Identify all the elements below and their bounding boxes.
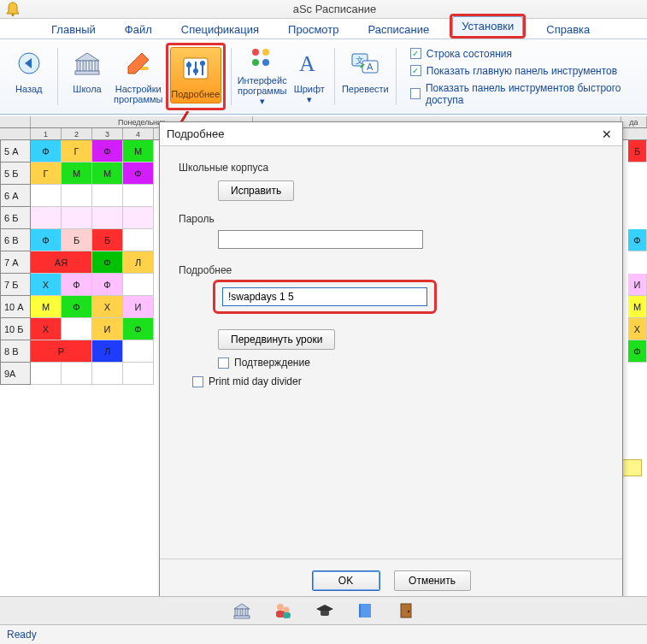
bottom-toolbar [0,596,647,625]
fix-button[interactable]: Исправить [218,180,294,201]
lesson-cell[interactable]: Л [92,340,123,363]
lesson-cell[interactable]: Б [62,229,92,251]
tab-help[interactable]: Справка [538,21,598,38]
row-header[interactable]: 5 Б [0,162,31,185]
print-divider-check[interactable]: Print mid day divider [192,375,603,387]
lesson-cell[interactable] [92,363,123,385]
lesson-cell[interactable]: Л [123,251,154,274]
status-text: Ready [7,629,37,641]
school-label: Школа [73,84,101,94]
lesson-cell[interactable] [31,185,62,207]
tab-settings[interactable]: Установки [452,16,523,36]
lesson-cell[interactable]: Ф [62,274,92,296]
lesson-cell[interactable]: Ф [92,140,123,162]
pencil-ruler-icon [121,46,156,80]
command-input[interactable] [222,287,427,306]
row-header[interactable]: 6 Б [0,207,31,229]
lesson-cell[interactable] [123,274,154,296]
row-header[interactable]: 6 А [0,185,31,207]
tab-file[interactable]: Файл [116,21,161,38]
row-header[interactable]: 9А [0,363,31,385]
lesson-cell[interactable]: М [123,140,154,162]
lesson-cell[interactable] [92,207,123,229]
font-button[interactable]: A Шрифт ▾ [290,43,329,110]
row-header[interactable]: 7 Б [0,274,31,296]
lesson-cell[interactable]: Г [62,140,92,162]
lesson-cell[interactable]: Ф [123,318,154,340]
more-button[interactable]: Подробнее [170,47,221,103]
back-button[interactable]: Назад [5,43,52,110]
confirm-check[interactable]: Подтверждение [218,357,603,369]
lesson-cell[interactable] [123,185,154,207]
row-header[interactable]: 10 Б [0,318,31,340]
lesson-cell[interactable]: Ф [92,274,123,296]
lesson-cell[interactable] [62,207,92,229]
book-icon[interactable] [356,601,374,620]
check-quick-toolbar[interactable]: Показать панель инструментов быстрого до… [410,82,642,106]
lesson-cell[interactable]: Б [92,229,123,251]
tab-main[interactable]: Главный [43,21,104,38]
close-button[interactable]: ✕ [598,126,615,143]
lesson-cell[interactable]: Х [31,318,62,340]
back-arrow-icon [12,46,46,80]
lesson-cell[interactable]: Б [628,140,647,162]
lesson-cell[interactable]: Ф [62,296,92,318]
svg-rect-31 [283,612,291,618]
interface-button[interactable]: Интерфейс программы ▾ [237,43,288,110]
row-header[interactable]: 5 А [0,140,31,162]
row-header[interactable]: 6 В [0,229,31,251]
bank-icon[interactable] [232,601,251,620]
lesson-cell[interactable]: М [31,296,62,318]
lesson-cell[interactable] [123,229,154,251]
lesson-cell[interactable] [123,207,154,229]
lesson-cell[interactable] [31,363,62,385]
translate-button[interactable]: 文A Перевести [340,43,391,110]
svg-rect-32 [321,611,329,616]
tab-schedule[interactable]: Расписание [359,21,438,38]
graduation-cap-icon[interactable] [315,601,333,620]
lesson-cell[interactable]: Ф [628,340,647,363]
close-icon: ✕ [602,127,612,141]
lesson-cell[interactable]: Ф [31,229,62,251]
lesson-cell[interactable] [92,185,123,207]
lesson-cell[interactable] [123,363,154,385]
row-header[interactable]: 7 А [0,251,31,274]
door-icon[interactable] [397,601,415,620]
program-settings-button[interactable]: Настройки программы [113,43,164,110]
lesson-cell[interactable] [31,207,62,229]
col-num: 1 [31,128,62,139]
tab-spec[interactable]: Спецификация [173,21,268,38]
shift-lessons-button[interactable]: Передвинуть уроки [218,329,335,350]
password-input[interactable] [218,230,423,249]
row-header[interactable]: 10 А [0,296,31,318]
school-button[interactable]: Школа [63,43,110,110]
lesson-cell[interactable] [62,318,92,340]
lesson-cell[interactable]: Ф [31,140,62,162]
cancel-button[interactable]: Отменить [394,570,471,591]
lesson-cell[interactable] [123,340,154,363]
lesson-cell[interactable]: Ф [123,162,154,185]
tab-view[interactable]: Просмотр [279,21,347,38]
lesson-cell[interactable]: Ф [92,251,123,274]
lesson-cell[interactable]: АЯ [31,251,92,274]
lesson-cell[interactable]: М [62,162,92,185]
lesson-cell[interactable]: И [92,318,123,340]
students-icon[interactable] [274,601,292,620]
lesson-cell[interactable]: М [628,296,647,318]
lesson-cell[interactable]: Ф [628,229,647,251]
lesson-cell[interactable]: И [123,296,154,318]
lesson-cell[interactable]: Х [628,318,647,340]
lesson-cell[interactable]: Г [31,162,62,185]
lesson-cell[interactable]: М [92,162,123,185]
check-main-toolbar[interactable]: ✓Показать главную панель инструментов [410,65,642,77]
lesson-cell[interactable] [62,363,92,385]
ok-button[interactable]: OK [312,570,380,591]
row-header[interactable]: 8 В [0,340,31,363]
lesson-cell[interactable] [62,185,92,207]
lesson-cell[interactable]: Х [92,296,123,318]
lesson-cell[interactable]: Х [31,274,62,296]
check-status-bar[interactable]: ✓Строка состояния [410,48,642,60]
lesson-cell[interactable]: И [628,274,647,296]
ribbon: Назад Школа Настройки программы Подробне… [0,39,647,115]
lesson-cell[interactable]: Р [31,340,92,363]
